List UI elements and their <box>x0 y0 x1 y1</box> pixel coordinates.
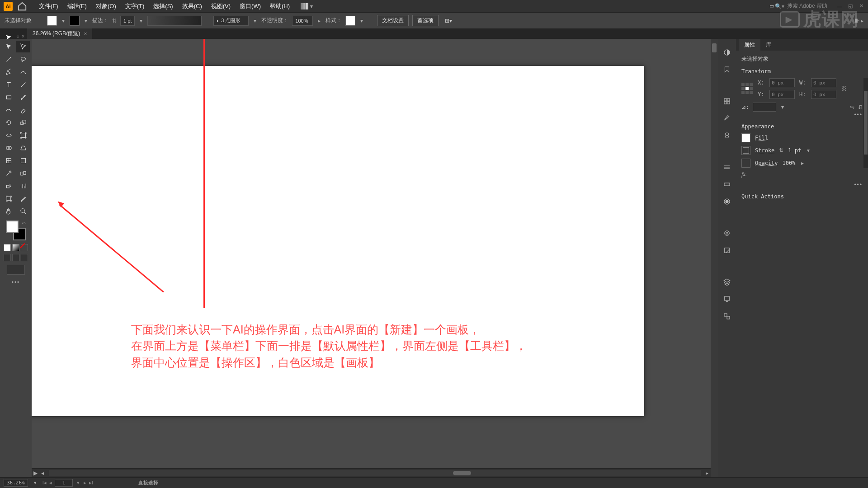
fill-swatch[interactable] <box>47 16 57 26</box>
stroke-value-panel[interactable]: 1 pt <box>788 147 801 154</box>
timeline-prev-icon[interactable]: ◂ <box>39 470 46 476</box>
panel-scrollbar[interactable] <box>863 78 868 168</box>
stroke-width-dropdown-icon[interactable]: ▾ <box>138 18 144 24</box>
arrange-docs-icon[interactable]: ▭ <box>769 3 775 9</box>
rotate-tool-icon[interactable] <box>2 117 15 128</box>
lasso-tool-icon[interactable] <box>16 53 30 65</box>
home-icon[interactable] <box>17 1 27 11</box>
menu-type[interactable]: 文字(T) <box>121 0 149 13</box>
type-tool-icon[interactable] <box>2 79 15 90</box>
opacity-input[interactable]: 100% <box>292 16 313 26</box>
symbol-sprayer-tool-icon[interactable] <box>2 180 15 192</box>
shape-builder-tool-icon[interactable] <box>2 142 15 154</box>
draw-normal-icon[interactable] <box>4 254 11 261</box>
menu-window[interactable]: 窗口(W) <box>235 0 265 13</box>
artboard-dropdown-icon[interactable]: ▾ <box>75 480 81 486</box>
draw-behind-icon[interactable] <box>12 254 19 261</box>
paintbrush-tool-icon[interactable] <box>16 91 30 103</box>
artboard-last-icon[interactable]: ▸I <box>89 480 93 486</box>
fill-label[interactable]: Fill <box>755 135 768 141</box>
edit-toolbar-icon[interactable]: ••• <box>12 279 20 286</box>
fill-dropdown-icon[interactable]: ▾ <box>61 18 66 24</box>
free-transform-tool-icon[interactable] <box>16 129 30 141</box>
gradient-tool-icon[interactable] <box>16 155 30 166</box>
workspace-dropdown-icon[interactable]: ▾ <box>309 3 314 9</box>
eyedropper-tool-icon[interactable] <box>2 167 15 179</box>
shaper-tool-icon[interactable] <box>2 104 15 116</box>
link-wh-icon[interactable]: ⛓ <box>842 85 847 92</box>
panel-tab-libraries[interactable]: 库 <box>760 39 777 51</box>
align-flyout-icon[interactable]: ⊞▾ <box>445 18 452 24</box>
w-input[interactable] <box>811 78 836 87</box>
stroke-panel-icon[interactable] <box>722 162 732 173</box>
variable-width-profile[interactable] <box>147 16 202 26</box>
brush-dropdown-icon[interactable]: ▾ <box>252 18 258 24</box>
layers-panel-icon[interactable] <box>722 277 732 287</box>
window-close-icon[interactable]: ✕ <box>858 3 864 9</box>
scale-tool-icon[interactable] <box>16 117 30 128</box>
appearance-panel-icon[interactable] <box>722 228 732 239</box>
timeline-next-icon[interactable]: ▸ <box>703 470 711 476</box>
fill-swatch-panel[interactable] <box>741 133 750 142</box>
transform-more-icon[interactable]: ••• <box>741 112 863 118</box>
style-dropdown-icon[interactable]: ▾ <box>359 18 364 24</box>
fill-stroke-control[interactable]: ⤺ <box>6 221 26 240</box>
slice-tool-icon[interactable] <box>16 192 30 204</box>
angle-dropdown-icon[interactable]: ▾ <box>780 104 785 110</box>
y-input[interactable] <box>769 90 795 99</box>
timeline-play-icon[interactable]: ▶ <box>32 470 39 476</box>
opacity-swatch-panel[interactable] <box>741 159 750 168</box>
zoom-input[interactable]: 36.26% <box>4 479 28 487</box>
stroke-swatch-panel[interactable] <box>741 146 750 155</box>
zoom-tool-icon[interactable] <box>16 205 30 217</box>
angle-input[interactable] <box>753 103 776 112</box>
artboard-first-icon[interactable]: I◂ <box>42 480 47 486</box>
mesh-tool-icon[interactable] <box>2 155 15 166</box>
document-tab[interactable]: 36.26% (RGB/预览) × <box>27 28 92 39</box>
artboard-next-icon[interactable]: ▸ <box>84 480 86 486</box>
artboard-number-input[interactable]: 1 <box>55 479 73 487</box>
menu-help[interactable]: 帮助(H) <box>265 0 294 13</box>
pen-tool-icon[interactable] <box>2 66 15 78</box>
stroke-dropdown-icon[interactable]: ▾ <box>83 18 89 24</box>
hand-tool-icon[interactable] <box>2 205 15 217</box>
swatches-panel-icon[interactable] <box>722 96 732 107</box>
width-tool-icon[interactable] <box>2 129 15 141</box>
graphic-styles-panel-icon[interactable] <box>722 245 732 256</box>
column-graph-tool-icon[interactable] <box>16 180 30 192</box>
stroke-width-input[interactable]: 1 pt <box>120 16 135 26</box>
magic-wand-tool-icon[interactable] <box>2 53 15 65</box>
brushes-panel-icon[interactable] <box>722 113 732 124</box>
h-input[interactable] <box>811 90 836 99</box>
fx-label[interactable]: fx. <box>741 171 747 178</box>
workspace-switcher-icon[interactable] <box>301 3 309 9</box>
artboard-tool-icon[interactable] <box>2 192 15 204</box>
opacity-value-panel[interactable]: 100% <box>783 160 796 166</box>
symbols-panel-icon[interactable] <box>722 130 732 141</box>
document-setup-button[interactable]: 文档设置 <box>377 15 409 26</box>
horizontal-scrollbar[interactable] <box>49 470 701 476</box>
rectangle-tool-icon[interactable] <box>2 91 15 103</box>
opacity-flyout-panel-icon[interactable]: ▸ <box>800 160 805 166</box>
stroke-stepper-panel-icon[interactable]: ⇅ <box>779 147 783 154</box>
panel-tab-properties[interactable]: 属性 <box>739 39 760 51</box>
curvature-tool-icon[interactable] <box>16 66 30 78</box>
menu-edit[interactable]: 编辑(E) <box>63 0 91 13</box>
color-guide-panel-icon[interactable] <box>722 64 732 75</box>
fill-color[interactable] <box>6 221 19 233</box>
screen-mode-icon[interactable] <box>7 265 25 275</box>
opacity-flyout-icon[interactable]: ▸ <box>316 18 322 24</box>
menu-object[interactable]: 对象(O) <box>91 0 121 13</box>
menu-file[interactable]: 文件(F) <box>34 0 63 13</box>
flip-h-icon[interactable]: ⇋ <box>850 104 854 110</box>
color-mode-solid-icon[interactable] <box>4 244 11 251</box>
stroke-swatch[interactable] <box>70 16 80 26</box>
color-panel-icon[interactable] <box>722 47 732 58</box>
style-swatch[interactable] <box>345 16 355 26</box>
document-tab-close-icon[interactable]: × <box>84 31 87 37</box>
artboards-panel-icon[interactable] <box>722 311 732 322</box>
reference-point-icon[interactable] <box>741 83 753 94</box>
gradient-panel-icon[interactable] <box>722 179 732 190</box>
preferences-button[interactable]: 首选项 <box>412 15 439 26</box>
artboard-prev-icon[interactable]: ◂ <box>49 480 52 486</box>
